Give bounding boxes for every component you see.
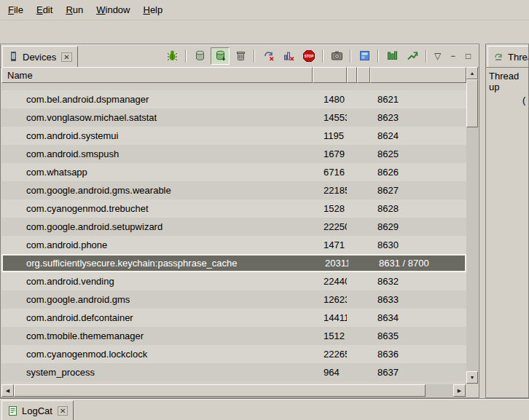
minimize-icon[interactable]: − (445, 49, 461, 63)
table-row[interactable]: org.sufficientlysecure.keychain:passphra… (1, 254, 466, 272)
table-row[interactable]: com.android.smspush 1679 8625 (1, 145, 466, 163)
table-row[interactable]: com.google.android.gms.wearable 22185 86… (1, 181, 466, 199)
process-pid: 1471 (313, 239, 347, 250)
table-row[interactable]: com.cyanogenmod.lockclock 22265 8636 (1, 345, 466, 363)
vertical-scrollbar-thumb[interactable] (466, 79, 478, 127)
maximize-icon[interactable]: □ (461, 49, 476, 63)
table-row[interactable]: com.android.vending 22440 8632 (1, 272, 466, 290)
bottom-panel: LogCat ✕ (0, 398, 529, 420)
process-name: com.google.android.gms (1, 294, 313, 305)
scroll-left-icon[interactable]: ◀ (1, 384, 14, 397)
process-name: system_process (1, 367, 313, 378)
process-pid: 964 (313, 367, 347, 378)
column-header-port[interactable] (370, 67, 466, 83)
svg-text:STOP: STOP (305, 54, 313, 58)
process-port: 8635 (370, 330, 466, 341)
table-row[interactable]: com.android.phone 1471 8630 (1, 236, 466, 254)
column-header-pid[interactable] (313, 67, 347, 83)
table-row[interactable]: com.google.android.setupwizard 22250 862… (1, 218, 466, 236)
table-row[interactable]: com.cyanogenmod.trebuchet 1528 8628 (1, 199, 466, 218)
close-logcat-tab-icon[interactable]: ✕ (58, 406, 68, 416)
horizontal-scrollbar: ◀ ▶ (1, 384, 466, 397)
process-name: com.android.vending (1, 276, 313, 287)
process-name: com.google.android.gms.wearable (1, 185, 313, 196)
table-row[interactable]: system_process 964 8637 (1, 363, 466, 381)
scroll-right-icon[interactable]: ▶ (453, 384, 466, 397)
screen-capture-icon[interactable] (327, 47, 346, 65)
table-row[interactable]: com.bel.android.dspmanager 1480 8621 (1, 90, 466, 108)
process-pid: 14553 (313, 112, 347, 123)
menu-help[interactable]: Help (136, 2, 169, 17)
process-name: com.vonglasow.michael.satstat (1, 112, 313, 123)
toolbar-separator (350, 49, 351, 63)
table-row[interactable]: com.android.defcontainer 14411 8634 (1, 309, 466, 327)
threads-icon (493, 52, 504, 63)
process-port: 8634 (370, 312, 466, 323)
tab-devices[interactable]: Devices ✕ (2, 46, 78, 67)
column-header-blank-1[interactable] (347, 67, 357, 83)
process-name: com.cyanogenmod.trebuchet (1, 203, 313, 214)
process-pid: 20311 (314, 258, 348, 269)
threads-message-line1: Thread up (489, 71, 528, 92)
menu-window[interactable]: Window (90, 2, 136, 17)
stop-process-icon[interactable]: STOP (299, 47, 318, 65)
dump-hprof-icon[interactable] (211, 47, 230, 65)
update-threads-icon[interactable] (259, 47, 278, 65)
panel-splitter[interactable] (479, 44, 485, 398)
process-port: 8624 (370, 130, 466, 141)
tab-logcat[interactable]: LogCat ✕ (1, 400, 74, 420)
close-devices-tab-icon[interactable]: ✕ (61, 52, 71, 62)
process-name: com.bel.android.dspmanager (1, 94, 313, 105)
table-row[interactable]: com.whatsapp 6716 8626 (1, 163, 466, 181)
process-name: com.android.systemui (1, 130, 313, 141)
tab-devices-label: Devices (23, 52, 56, 63)
debug-process-icon[interactable] (162, 47, 181, 65)
devices-panel-header: Devices ✕ (1, 44, 479, 68)
process-name: com.tmobile.thememanager (1, 330, 313, 341)
process-pid: 22440 (313, 276, 347, 287)
process-port: 8630 (370, 239, 466, 250)
menu-edit[interactable]: Edit (30, 2, 59, 17)
ui-automator-icon[interactable] (355, 47, 374, 65)
table-row[interactable]: com.tmobile.thememanager 1512 8635 (1, 327, 466, 345)
table-row[interactable]: com.vonglasow.michael.satstat 14553 8623 (1, 108, 466, 127)
process-pid: 6716 (313, 167, 347, 178)
process-pid: 22185 (313, 185, 347, 196)
column-header-blank-2[interactable] (357, 67, 370, 83)
menu-run[interactable]: Run (59, 2, 90, 17)
table-row[interactable]: com.android.systemui 1195 8624 (1, 127, 466, 145)
horizontal-scrollbar-thumb[interactable] (14, 384, 426, 397)
process-pid: 14411 (313, 312, 347, 323)
systrace-icon[interactable] (383, 47, 401, 65)
opengl-trace-icon[interactable] (403, 47, 422, 65)
vertical-scrollbar: ▲ ▼ (466, 67, 478, 384)
update-heap-icon[interactable] (190, 47, 209, 65)
menu-file[interactable]: File (1, 2, 30, 17)
device-icon (8, 51, 19, 63)
process-name: com.android.defcontainer (1, 312, 313, 323)
process-port: 8629 (370, 221, 466, 232)
devices-toolbar: STOP (162, 46, 476, 66)
table-row[interactable]: com.google.android.gms 12623 8633 (1, 290, 466, 309)
scroll-down-icon[interactable]: ▼ (466, 371, 478, 384)
process-pid: 22250 (313, 221, 347, 232)
process-port: 8628 (370, 203, 466, 214)
process-name: com.android.phone (1, 239, 313, 250)
scrollbar-corner (466, 384, 478, 397)
app-toolbar-empty (0, 20, 529, 44)
tab-threads-label: Threa (508, 52, 529, 63)
cause-gc-icon[interactable] (231, 47, 250, 65)
process-port: 8632 (370, 276, 466, 287)
menu-bar: FileEditRunWindowHelp (0, 0, 529, 20)
scroll-up-icon[interactable]: ▲ (466, 67, 478, 79)
tab-threads[interactable]: Threa (487, 46, 529, 67)
view-menu-icon[interactable]: ▽ (430, 49, 445, 63)
column-header-name[interactable]: Name (1, 67, 313, 83)
method-profiling-icon[interactable] (279, 47, 298, 65)
process-port: 8623 (370, 112, 466, 123)
process-port: 8636 (370, 349, 466, 360)
process-pid: 1512 (313, 330, 347, 341)
threads-message: Thread up ( (486, 68, 528, 106)
process-pid: 1679 (313, 148, 347, 159)
process-port: 8633 (370, 294, 466, 305)
